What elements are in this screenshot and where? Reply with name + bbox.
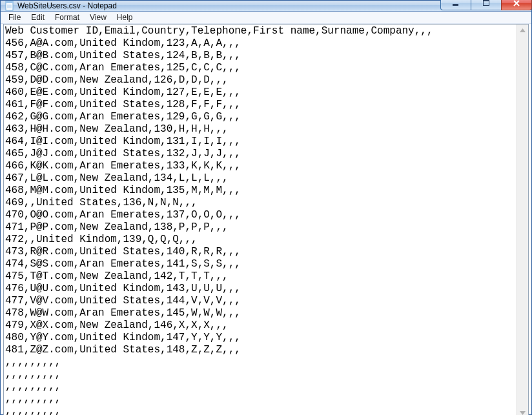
scroll-down-button[interactable] <box>517 407 528 415</box>
minimize-icon <box>452 0 460 7</box>
notepad-icon <box>5 1 15 11</box>
scroll-track[interactable] <box>517 35 528 407</box>
close-icon <box>513 0 520 7</box>
chevron-down-icon <box>520 411 526 415</box>
svg-rect-5 <box>453 4 458 6</box>
minimize-button[interactable] <box>440 0 471 10</box>
svg-rect-7 <box>483 0 489 1</box>
window-title: WebSiteUsers.csv - Notepad <box>17 1 117 10</box>
menu-edit[interactable]: Edit <box>26 12 50 23</box>
notepad-window: WebSiteUsers.csv - Notepad File Edit For… <box>0 0 532 415</box>
text-editor[interactable]: Web Customer ID,Email,Country,Telephone,… <box>4 25 517 415</box>
menu-help[interactable]: Help <box>112 12 138 23</box>
menu-view[interactable]: View <box>85 12 112 23</box>
vertical-scrollbar[interactable] <box>517 25 528 415</box>
menu-file[interactable]: File <box>3 12 26 23</box>
client-area: Web Customer ID,Email,Country,Telephone,… <box>3 24 529 415</box>
maximize-button[interactable] <box>471 0 502 10</box>
window-controls <box>441 0 532 10</box>
menu-bar: File Edit Format View Help <box>1 12 531 24</box>
svg-rect-1 <box>6 1 13 3</box>
chevron-up-icon <box>520 28 526 32</box>
title-bar[interactable]: WebSiteUsers.csv - Notepad <box>1 1 531 12</box>
scroll-up-button[interactable] <box>517 25 528 35</box>
menu-format[interactable]: Format <box>50 12 85 23</box>
maximize-icon <box>482 0 490 7</box>
close-button[interactable] <box>501 0 532 10</box>
